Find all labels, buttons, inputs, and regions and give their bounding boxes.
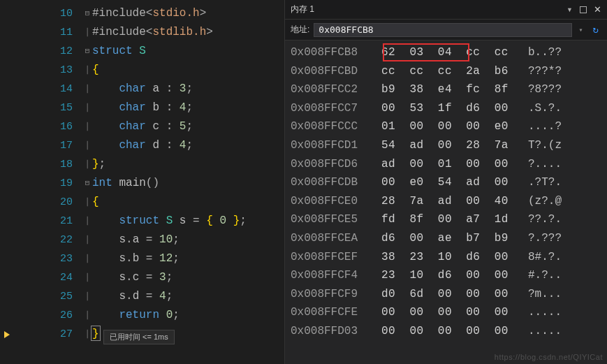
breakpoint-cell[interactable] <box>0 212 14 231</box>
fold-marker[interactable]: ⊟ <box>82 4 92 23</box>
breakpoint-cell[interactable] <box>0 99 14 117</box>
code-editor[interactable]: 101112131415161718192021222324252627 ⊟│⊟… <box>0 0 284 364</box>
code-line[interactable]: char c : 5; <box>92 117 284 136</box>
memory-row[interactable]: 0x008FFD0300 00 00 00 00..... <box>291 322 601 341</box>
memory-row[interactable]: 0x008FFCC700 53 1f d6 00.S.?. <box>291 99 601 118</box>
breakpoint-cell[interactable] <box>0 249 14 268</box>
memory-row[interactable]: 0x008FFCEF38 23 10 d6 008#.?. <box>291 248 601 267</box>
breakpoint-cell[interactable] <box>0 117 14 136</box>
address-input[interactable] <box>314 23 571 37</box>
code-line[interactable]: }; <box>92 155 284 174</box>
breakpoint-cell[interactable] <box>0 193 14 212</box>
fold-marker[interactable]: │ <box>82 117 92 136</box>
code-line[interactable]: char b : 4; <box>92 99 284 117</box>
breakpoint-cell[interactable] <box>0 4 14 23</box>
code-line[interactable]: { <box>92 61 284 80</box>
memory-hex: ad 00 01 00 00 <box>381 155 521 174</box>
breakpoint-cell[interactable] <box>0 306 14 325</box>
line-number: 27 <box>14 325 73 344</box>
line-number: 23 <box>14 249 73 268</box>
code-area[interactable]: #include<stdio.h>#include<stdlib.h>struc… <box>92 0 284 364</box>
fold-marker[interactable]: │ <box>82 80 92 99</box>
memory-row[interactable]: 0x008FFCF423 10 d6 00 00#.?.. <box>291 266 601 285</box>
memory-row[interactable]: 0x008FFCC2b9 38 e4 fc 8f?8??? <box>291 80 601 99</box>
fold-marker[interactable]: │ <box>82 155 92 174</box>
close-icon[interactable]: ✕ <box>594 4 601 15</box>
address-label: 地址: <box>291 24 309 36</box>
line-number: 26 <box>14 306 73 325</box>
memory-row[interactable]: 0x008FFCCC01 00 00 00 e0....? <box>291 117 601 136</box>
memory-row[interactable]: 0x008FFCEAd6 00 ae b7 b9?.??? <box>291 229 601 248</box>
refresh-icon[interactable]: ↻ <box>590 24 601 36</box>
memory-hex: cc cc cc 2a b6 <box>381 62 521 81</box>
address-dropdown-icon[interactable]: ▾ <box>576 26 586 34</box>
code-line[interactable]: #include<stdio.h> <box>92 4 284 23</box>
breakpoint-gutter[interactable] <box>0 0 14 364</box>
breakpoint-cell[interactable] <box>0 268 14 287</box>
memory-row[interactable]: 0x008FFCFE00 00 00 00 00..... <box>291 303 601 322</box>
code-line[interactable]: char d : 4; <box>92 136 284 155</box>
breakpoint-cell[interactable] <box>0 61 14 80</box>
fold-marker[interactable]: │ <box>82 306 92 325</box>
memory-hex: fd 8f 00 a7 1d <box>381 210 521 229</box>
fold-marker[interactable]: │ <box>82 249 92 268</box>
fold-marker[interactable]: │ <box>82 231 92 249</box>
memory-ascii: ?8??? <box>528 80 562 99</box>
fold-marker[interactable]: ⊟ <box>82 174 92 193</box>
memory-hex: 38 23 10 d6 00 <box>381 248 521 267</box>
fold-marker[interactable]: │ <box>82 99 92 117</box>
memory-row[interactable]: 0x008FFCD154 ad 00 28 7aT?.(z <box>291 136 601 155</box>
memory-row[interactable]: 0x008FFCE028 7a ad 00 40(z?.@ <box>291 192 601 211</box>
fold-gutter[interactable]: ⊟│⊟││││││⊟││││││││ <box>82 0 92 364</box>
code-line[interactable]: return 0; <box>92 306 284 325</box>
fold-marker[interactable]: ⊟ <box>82 42 92 61</box>
code-line[interactable]: char a : 3; <box>92 80 284 99</box>
code-line[interactable]: s.b = 12; <box>92 249 284 268</box>
memory-address: 0x008FFCC7 <box>291 99 381 118</box>
code-line[interactable]: s.a = 10; <box>92 231 284 249</box>
code-line[interactable]: struct S <box>92 42 284 61</box>
code-line[interactable]: struct S s = { 0 }; <box>92 212 284 231</box>
memory-ascii: (z?.@ <box>528 192 562 211</box>
memory-address: 0x008FFCC2 <box>291 80 381 99</box>
memory-row[interactable]: 0x008FFCBDcc cc cc 2a b6???*? <box>291 62 601 81</box>
fold-marker[interactable]: │ <box>82 287 92 306</box>
fold-marker[interactable]: │ <box>82 61 92 80</box>
breakpoint-cell[interactable] <box>0 42 14 61</box>
memory-row[interactable]: 0x008FFCE5fd 8f 00 a7 1d??.?. <box>291 210 601 229</box>
breakpoint-cell[interactable] <box>0 174 14 193</box>
memory-hex-view[interactable]: 0x008FFCB862 03 04 cc ccb..??0x008FFCBDc… <box>285 41 607 364</box>
breakpoint-cell[interactable] <box>0 80 14 99</box>
breakpoint-cell[interactable] <box>0 155 14 174</box>
fold-marker[interactable]: │ <box>82 136 92 155</box>
execution-arrow-icon <box>4 331 10 338</box>
fold-marker[interactable]: │ <box>82 23 92 42</box>
dropdown-icon[interactable]: ▼ <box>566 6 573 13</box>
code-line[interactable]: #include<stdlib.h> <box>92 23 284 42</box>
maximize-icon[interactable] <box>580 6 587 13</box>
memory-hex: 00 00 00 00 00 <box>381 303 521 322</box>
fold-marker[interactable]: │ <box>82 268 92 287</box>
fold-marker[interactable]: │ <box>82 193 92 212</box>
code-line[interactable]: int main() <box>92 174 284 193</box>
line-number: 24 <box>14 268 73 287</box>
memory-row[interactable]: 0x008FFCD6ad 00 01 00 00?.... <box>291 155 601 174</box>
breakpoint-cell[interactable] <box>0 287 14 306</box>
fold-marker[interactable]: │ <box>82 212 92 231</box>
breakpoint-cell[interactable] <box>0 23 14 42</box>
memory-ascii: 8#.?. <box>528 248 562 267</box>
memory-ascii: ???*? <box>528 62 562 81</box>
memory-row[interactable]: 0x008FFCDB00 e0 54 ad 00.?T?. <box>291 173 601 192</box>
memory-hex: 23 10 d6 00 00 <box>381 266 521 285</box>
code-line[interactable]: s.c = 3; <box>92 268 284 287</box>
memory-ascii: .?T?. <box>528 173 562 192</box>
code-line[interactable]: { <box>92 193 284 212</box>
code-line[interactable]: s.d = 4; <box>92 287 284 306</box>
memory-hex: b9 38 e4 fc 8f <box>381 80 521 99</box>
breakpoint-cell[interactable] <box>0 325 14 344</box>
memory-row[interactable]: 0x008FFCF9d0 6d 00 00 00?m... <box>291 285 601 304</box>
breakpoint-cell[interactable] <box>0 231 14 249</box>
breakpoint-cell[interactable] <box>0 136 14 155</box>
memory-row[interactable]: 0x008FFCB862 03 04 cc ccb..?? <box>291 43 601 62</box>
line-number: 19 <box>14 174 73 193</box>
